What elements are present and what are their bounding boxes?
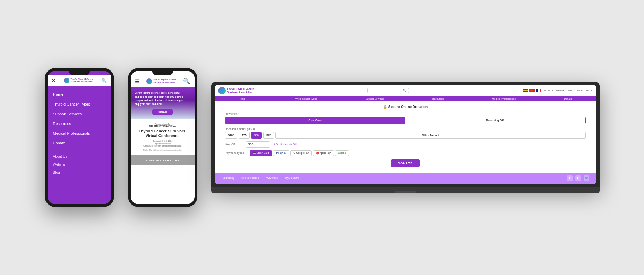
flag-french[interactable] [536, 89, 541, 92]
nav-support-services[interactable]: Support Services [366, 98, 384, 100]
paypal-label: PayPal [278, 152, 286, 154]
hero-text: Lorem ipsum dolor sit amet, consetetur s… [135, 91, 190, 106]
youtube-icon[interactable]: ▶ [575, 175, 581, 181]
scene: ✕ ThyCa: Thyroid Cancer Survivors Associ… [45, 68, 600, 207]
footer-free-info[interactable]: Free Information [241, 177, 259, 179]
menu-item-support-services[interactable]: Support Services [53, 109, 106, 119]
googlepay-button[interactable]: G Google Pay [290, 150, 312, 156]
webinars-link[interactable]: Webinars [556, 89, 566, 92]
amount-50[interactable]: $50 [251, 132, 262, 139]
bank-button[interactable]: $ Bank [335, 150, 349, 156]
phone2-screen: ☰ ThyCa: Thyroid Cancer Survivors Associ… [131, 71, 195, 204]
nav-resources[interactable]: Resources [432, 98, 444, 100]
phone1-screen: ✕ ThyCa: Thyroid Cancer Survivors Associ… [48, 71, 111, 204]
paypal-button[interactable]: P PayPal [273, 150, 289, 156]
flag-spanish[interactable] [523, 89, 528, 92]
search-input[interactable] [370, 89, 403, 92]
facebook-icon[interactable]: f [567, 175, 573, 181]
conference-title: Thyroid Cancer Survivors' Virtual Confer… [135, 128, 190, 139]
laptop-top-bar: ThyCa: Thyroid Cancer Survivors Associat… [215, 85, 596, 96]
phone2-logo-text: ThyCa: Thyroid Cancer Survivors Associat… [153, 78, 176, 83]
your-gift-label: Your Gift: [225, 143, 242, 146]
phone1-notch [69, 71, 90, 75]
nav-thyroid-cancer-types[interactable]: Thyroid Cancer Types [293, 98, 317, 100]
donate-main-button[interactable]: DONATE [391, 159, 420, 167]
menu-item-about-us[interactable]: About Us [53, 152, 106, 160]
laptop-device: ThyCa: Thyroid Cancer Survivors Associat… [211, 82, 600, 193]
how-often-label: How often? [225, 112, 586, 115]
footer-awareness[interactable]: Awareness [266, 177, 278, 179]
laptop-logo: ThyCa: Thyroid Cancer Survivors Associat… [218, 87, 254, 94]
conference-date: October 22 - 24, 2021 [135, 140, 190, 142]
event-title-1: THE 24TH INTERNATIONAL [135, 125, 190, 127]
give-once-button[interactable]: Give Once [225, 117, 405, 124]
menu-item-home[interactable]: Home [53, 90, 106, 99]
applepay-label: Apple Pay [320, 152, 331, 154]
menu-item-resources[interactable]: Resources [53, 119, 106, 128]
search-icon[interactable]: 🔍 [102, 78, 107, 83]
laptop-search-bar[interactable]: 🔍 [367, 88, 409, 93]
amount-100[interactable]: $100 [225, 132, 238, 139]
ribbon-icon [64, 78, 69, 83]
payment-types-label: Payment Types: [225, 151, 248, 155]
contact-link[interactable]: Contact [576, 89, 583, 92]
footer-fundraising[interactable]: Fundraising [222, 177, 234, 179]
paypal-p-icon: P [276, 152, 278, 154]
phone2-notch [152, 71, 173, 75]
twitter-icon[interactable]: 🐦 [584, 175, 589, 181]
credit-card-label: Credit Card [257, 152, 269, 154]
close-icon[interactable]: ✕ [52, 78, 56, 83]
nav-medical-professionals[interactable]: Medical Professionals [492, 98, 516, 100]
about-us-link[interactable]: About Us [544, 89, 553, 92]
lock-icon: 🔒 [383, 105, 387, 109]
apple-icon: 🍎 [316, 152, 319, 155]
amount-25[interactable]: $25 [263, 132, 274, 139]
support-services-footer-label: SUPPORT SERVICES [146, 159, 179, 162]
footer-thyca-board[interactable]: ThyCa Board [285, 177, 299, 179]
menu-item-medical-professionals[interactable]: Medical Professionals [53, 128, 106, 138]
gift-amount-input[interactable] [246, 141, 270, 148]
phone2-hero: Lorem ipsum dolor sit amet, consetetur s… [131, 87, 195, 119]
footer-social-icons: f ▶ 🐦 [567, 175, 589, 181]
laptop-base [211, 187, 600, 193]
amount-other[interactable]: Other Amount [275, 132, 585, 139]
hamburger-icon[interactable]: ☰ [135, 78, 139, 84]
donation-title: 🔒 Secure Online Donation [225, 105, 586, 109]
menu-item-thyroid-cancer-types[interactable]: Thyroid Cancer Types [53, 99, 106, 109]
phone2-logo: ThyCa: Thyroid Cancer Survivors Associat… [146, 78, 176, 84]
conference-check-back: Check back regularly for conference upda… [135, 145, 190, 147]
ribbon-icon-2 [146, 78, 152, 84]
dedicate-gift-link[interactable]: ♥ Dedicate this Gift [274, 143, 297, 146]
amount-75[interactable]: $75 [239, 132, 249, 139]
blog-link[interactable]: Blog [568, 89, 573, 92]
menu-item-webinar[interactable]: Webinar [53, 160, 106, 168]
footer-links: Fundraising Free Information Awareness T… [222, 177, 299, 179]
nav-donate[interactable]: Donate [564, 98, 572, 100]
recurring-gift-button[interactable]: Recurring Gift [405, 117, 585, 124]
search-submit-icon[interactable]: 🔍 [403, 89, 406, 92]
phone1-logo-text: ThyCa: Thyroid Cancer Survivors Associat… [70, 78, 93, 83]
ribbon-icon-laptop [218, 87, 226, 94]
donate-hero-button[interactable]: DONATE [152, 109, 173, 115]
laptop-screen: ThyCa: Thyroid Cancer Survivors Associat… [215, 85, 596, 184]
login-link[interactable]: Log In [586, 89, 592, 92]
credit-card-button[interactable]: 💳 Credit Card [250, 150, 272, 156]
laptop-body: ThyCa: Thyroid Cancer Survivors Associat… [211, 82, 600, 187]
donation-amount-label: Donation Amount (USD) [225, 127, 586, 131]
phone1-header: ✕ ThyCa: Thyroid Cancer Survivors Associ… [48, 75, 111, 86]
googlepay-label: Google Pay [296, 152, 309, 154]
applepay-button[interactable]: 🍎 Apple Pay [313, 150, 334, 156]
menu-item-donate[interactable]: Donate [53, 138, 106, 148]
phone2-conference: Please join us for THE 24TH INTERNATIONA… [131, 119, 195, 155]
credit-card-icon: 💳 [253, 152, 256, 155]
menu-item-blog[interactable]: Blog [53, 168, 106, 176]
phone2-header: ☰ ThyCa: Thyroid Cancer Survivors Associ… [131, 75, 195, 87]
payment-buttons: 💳 Credit Card P PayPal G Google Pay [250, 150, 349, 156]
nav-home[interactable]: Home [239, 98, 245, 100]
flag-chinese[interactable] [529, 89, 535, 92]
donation-title-text: Secure Online Donation [388, 105, 428, 109]
search-icon-2[interactable]: 🔍 [183, 78, 190, 84]
laptop-logo-text: ThyCa: Thyroid Cancer Survivors Associat… [227, 87, 254, 93]
laptop-footer: Fundraising Free Information Awareness T… [215, 173, 596, 184]
laptop-main: 🔒 Secure Online Donation How often? Give… [215, 101, 596, 173]
